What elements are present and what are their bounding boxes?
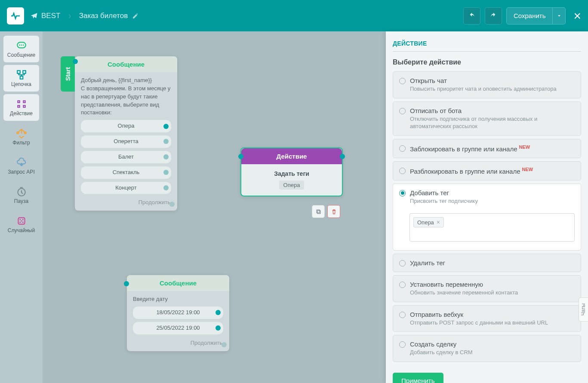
port-in[interactable] (124, 281, 129, 286)
node-body: Добрый день, {{first_name}} С возвращени… (75, 72, 177, 199)
save-dropdown[interactable] (553, 7, 566, 25)
apply-button[interactable]: Применить (393, 373, 443, 383)
close-button[interactable]: × (573, 9, 581, 23)
palette-message[interactable]: Сообщение (3, 36, 39, 62)
option-spektakl[interactable]: Спектакль (81, 166, 171, 179)
palette-action[interactable]: Действие (3, 94, 39, 121)
panel-heading: ДЕЙСТВИЕ (393, 40, 581, 52)
node-header: Сообщение (127, 275, 229, 291)
svg-point-17 (21, 221, 22, 222)
breadcrumb-separator: › (68, 10, 71, 21)
remove-tag-icon[interactable]: × (437, 219, 440, 226)
delete-button[interactable] (327, 205, 340, 218)
node-toolbar (312, 205, 340, 218)
node-header: Действие (241, 148, 342, 164)
edit-icon[interactable] (132, 12, 139, 19)
flow-title: Заказ билетов (79, 12, 128, 20)
copy-button[interactable] (312, 205, 325, 218)
save-button-group: Сохранить (506, 7, 566, 25)
filter-icon (16, 128, 27, 139)
port-in[interactable] (238, 154, 243, 159)
action-add-tag[interactable]: Добавить тегПрисвоить тег подписчику Опе… (393, 184, 581, 251)
continue-row[interactable]: Продолжить (127, 340, 229, 351)
palette-filter[interactable]: Фильтр (3, 123, 39, 150)
properties-panel: ДЕЙСТВИЕ Выберите действие Открыть чатПо… (386, 31, 588, 383)
svg-rect-7 (18, 101, 19, 102)
svg-rect-8 (23, 101, 25, 102)
node-header: Сообщение (75, 56, 177, 72)
radio-icon (399, 168, 406, 174)
action-set-variable[interactable]: Установить переменнуюОбновить значение п… (393, 275, 581, 302)
radio-icon (399, 312, 406, 318)
svg-point-16 (22, 219, 23, 220)
action-webhook[interactable]: Отправить вебхукОтправить POST запрос с … (393, 305, 581, 332)
message-icon (16, 40, 27, 51)
option-koncert[interactable]: Концерт (81, 182, 171, 194)
panel-subtitle: Выберите действие (393, 58, 581, 66)
node-message-2[interactable]: Сообщение Введите дату 18/05/2022 19:00 … (127, 275, 229, 351)
action-block[interactable]: Заблокировать в группе или каналеNEW (393, 139, 581, 158)
pulse-icon (10, 11, 21, 21)
option-opera[interactable]: Опера (81, 120, 171, 132)
port-out[interactable] (163, 124, 169, 129)
palette-flow[interactable]: Цепочка (3, 65, 39, 92)
radio-icon (399, 145, 406, 152)
palette-pause[interactable]: Пауза (3, 182, 39, 208)
redo-button[interactable] (485, 7, 502, 25)
option-balet[interactable]: Балет (81, 151, 171, 163)
chat-tab[interactable]: Чаты (579, 297, 588, 322)
bot-selector[interactable]: BEST (30, 12, 60, 20)
port-out[interactable] (163, 139, 169, 144)
port-out[interactable] (163, 170, 169, 175)
header-actions: Сохранить × (463, 7, 581, 25)
port-start-out[interactable] (73, 59, 78, 64)
app-header: BEST › Заказ билетов Сохранить × (0, 0, 588, 31)
undo-button[interactable] (463, 7, 480, 25)
node-body: Задать теги Опера (241, 164, 342, 196)
svg-point-11 (17, 132, 18, 134)
node-action[interactable]: Действие Задать теги Опера (240, 147, 343, 196)
action-unblock[interactable]: Разблокировать в группе или каналеNEW (393, 161, 581, 181)
option-date1[interactable]: 18/05/2022 19:00 (133, 306, 223, 319)
svg-rect-10 (23, 105, 25, 107)
start-badge: Start (61, 56, 75, 92)
port-continue[interactable] (169, 202, 175, 207)
action-icon (16, 98, 27, 110)
palette-random[interactable]: Случайный (3, 211, 39, 238)
element-palette: Сообщение Цепочка Действие Фильтр Запрос… (0, 31, 43, 383)
node-body: Введите дату 18/05/2022 19:00 25/05/2022… (127, 291, 229, 340)
port-out[interactable] (215, 310, 221, 315)
radio-icon (399, 108, 406, 114)
port-out[interactable] (163, 185, 169, 190)
option-date2[interactable]: 25/05/2022 19:00 (133, 322, 223, 334)
port-out[interactable] (215, 325, 221, 331)
app-logo[interactable] (7, 7, 24, 25)
continue-row[interactable]: Продолжить (75, 199, 177, 211)
message-text: Добрый день, {{first_name}} С возвращени… (81, 77, 171, 117)
new-badge: NEW (522, 167, 533, 172)
bot-name: BEST (41, 12, 60, 20)
palette-api[interactable]: Запрос API (3, 153, 39, 179)
telegram-icon (30, 12, 38, 20)
radio-icon (399, 341, 406, 348)
action-unsubscribe[interactable]: Отписать от ботаОтключить подписчика от … (393, 101, 581, 136)
port-continue[interactable] (222, 342, 227, 347)
port-out[interactable] (340, 154, 345, 159)
svg-point-1 (19, 45, 20, 46)
prompt-text: Введите дату (133, 295, 223, 303)
tag-input[interactable]: Опера× (409, 213, 575, 242)
save-button[interactable]: Сохранить (506, 7, 553, 25)
cloud-icon (16, 157, 27, 168)
port-out[interactable] (163, 154, 169, 159)
action-remove-tag[interactable]: Удалить тег (393, 254, 581, 272)
action-create-deal[interactable]: Создать сделкуДобавить сделку в CRM (393, 335, 581, 362)
option-operetta[interactable]: Оперетта (81, 135, 171, 148)
svg-point-3 (23, 45, 24, 46)
svg-point-12 (24, 132, 26, 134)
action-open-chat[interactable]: Открыть чатПовысить приоритет чата и опо… (393, 71, 581, 98)
new-badge: NEW (519, 144, 530, 150)
dice-icon (16, 215, 27, 227)
node-message-1[interactable]: Start Сообщение Добрый день, {{first_nam… (75, 56, 177, 211)
radio-icon (399, 78, 406, 84)
svg-point-15 (19, 219, 21, 220)
